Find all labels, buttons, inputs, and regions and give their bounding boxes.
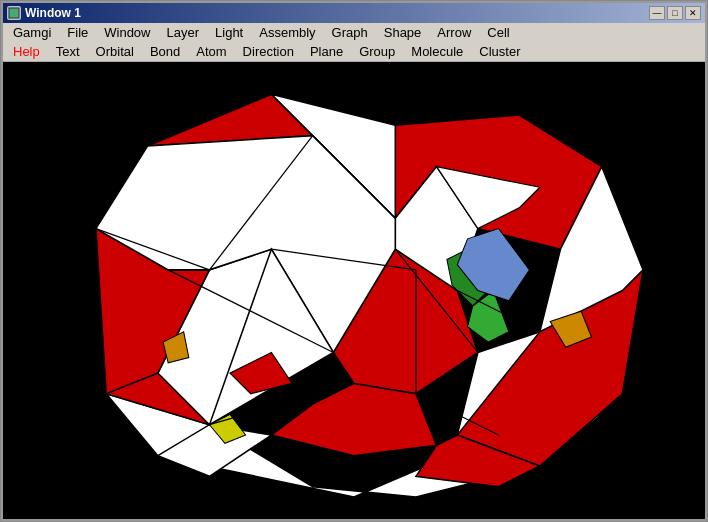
titlebar-controls: — □ ✕	[649, 6, 701, 20]
menu-item-group[interactable]: Group	[351, 43, 403, 60]
menu-item-direction[interactable]: Direction	[235, 43, 302, 60]
viewport	[3, 62, 705, 519]
menu-item-graph[interactable]: Graph	[324, 24, 376, 41]
menu-row-1: GamgiFileWindowLayerLightAssemblyGraphSh…	[3, 23, 705, 42]
menu-item-cell[interactable]: Cell	[479, 24, 517, 41]
window-icon	[7, 6, 21, 20]
menu-item-shape[interactable]: Shape	[376, 24, 430, 41]
menu-item-atom[interactable]: Atom	[188, 43, 234, 60]
menu-item-molecule[interactable]: Molecule	[403, 43, 471, 60]
maximize-button[interactable]: □	[667, 6, 683, 20]
menu-item-orbital[interactable]: Orbital	[88, 43, 142, 60]
menu-item-light[interactable]: Light	[207, 24, 251, 41]
svg-rect-0	[9, 8, 19, 18]
menu-item-plane[interactable]: Plane	[302, 43, 351, 60]
menu-row-2: HelpTextOrbitalBondAtomDirectionPlaneGro…	[3, 42, 705, 61]
close-button[interactable]: ✕	[685, 6, 701, 20]
window-title: Window 1	[25, 6, 81, 20]
menubar: GamgiFileWindowLayerLightAssemblyGraphSh…	[3, 23, 705, 62]
menu-item-window[interactable]: Window	[96, 24, 158, 41]
menu-item-text[interactable]: Text	[48, 43, 88, 60]
menu-item-assembly[interactable]: Assembly	[251, 24, 323, 41]
menu-item-layer[interactable]: Layer	[159, 24, 208, 41]
menu-item-gamgi[interactable]: Gamgi	[5, 24, 59, 41]
titlebar-left: Window 1	[7, 6, 81, 20]
menu-item-arrow[interactable]: Arrow	[429, 24, 479, 41]
menu-item-cluster[interactable]: Cluster	[471, 43, 528, 60]
menu-item-file[interactable]: File	[59, 24, 96, 41]
titlebar: Window 1 — □ ✕	[3, 3, 705, 23]
menu-item-bond[interactable]: Bond	[142, 43, 188, 60]
minimize-button[interactable]: —	[649, 6, 665, 20]
menu-item-help[interactable]: Help	[5, 43, 48, 60]
main-window: Window 1 — □ ✕ GamgiFileWindowLayerLight…	[1, 1, 707, 521]
